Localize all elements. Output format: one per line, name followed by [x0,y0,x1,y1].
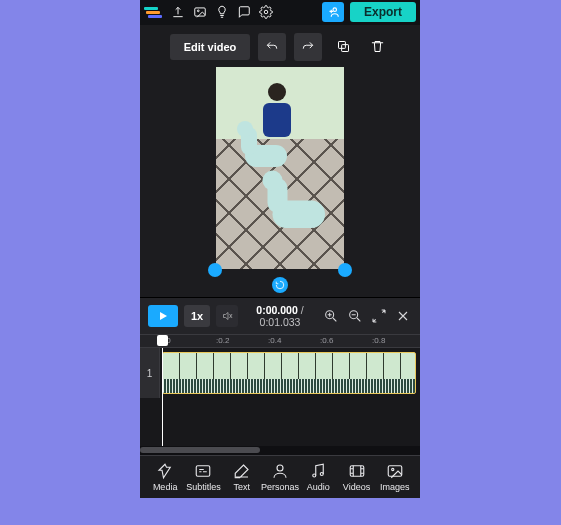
top-bar: Export [140,0,420,25]
mute-icon[interactable] [216,305,238,327]
audio-waveform [163,379,415,393]
timeline-panel: 1x 0:00.000 / 0:01.033 :0 :0.2 [140,297,420,455]
current-time: 0:00.000 [256,304,297,316]
video-editor-app: Export Edit video [140,0,420,498]
app-logo [144,7,162,18]
nav-label: Media [153,482,178,492]
ruler-tick: :0.8 [372,336,385,345]
nav-subtitles[interactable]: Subtitles [184,462,222,492]
nav-videos[interactable]: Videos [337,462,375,492]
video-preview[interactable] [216,67,344,269]
video-clip[interactable] [162,352,416,394]
nav-text[interactable]: Text [223,462,261,492]
upload-icon[interactable] [170,4,186,20]
rotate-handle[interactable] [272,277,288,293]
svg-rect-8 [197,466,211,477]
nav-personas[interactable]: Personas [261,462,299,492]
zoom-out-icon[interactable] [346,307,364,325]
nav-label: Personas [261,482,299,492]
image-icon[interactable] [192,4,208,20]
svg-point-1 [197,10,199,12]
resize-handle-right[interactable] [338,263,352,277]
export-button[interactable]: Export [350,2,416,22]
nav-label: Text [233,482,250,492]
edit-video-button[interactable]: Edit video [170,34,251,60]
playhead[interactable] [162,348,163,446]
ruler-tick: :0.2 [216,336,229,345]
nav-images[interactable]: Images [376,462,414,492]
nav-audio[interactable]: Audio [299,462,337,492]
fit-icon[interactable] [370,307,388,325]
undo-button[interactable] [258,33,286,61]
redo-button[interactable] [294,33,322,61]
settings-gear-icon[interactable] [258,4,274,20]
nav-label: Videos [343,482,370,492]
duplicate-icon[interactable] [330,34,356,60]
ruler-tick: :0.6 [320,336,333,345]
bottom-nav: Media Subtitles Text Personas Audio Vide… [140,455,420,498]
time-separator: / [301,304,304,316]
timeline[interactable]: 1 [140,348,420,446]
nav-media[interactable]: Media [146,462,184,492]
playback-speed-button[interactable]: 1x [184,305,210,327]
nav-label: Images [380,482,410,492]
close-icon[interactable] [394,307,412,325]
duration: 0:01.033 [244,316,316,328]
svg-point-3 [333,8,337,11]
svg-point-9 [277,465,283,471]
zoom-in-icon[interactable] [322,307,340,325]
share-people-button[interactable] [322,2,344,22]
svg-point-11 [321,473,324,476]
comment-icon[interactable] [236,4,252,20]
playback-controls: 1x 0:00.000 / 0:01.033 [140,298,420,334]
scrollbar-thumb[interactable] [140,447,260,453]
ruler-tick: :0.4 [268,336,281,345]
lightbulb-icon[interactable] [214,4,230,20]
horizontal-scrollbar[interactable] [140,446,420,455]
nav-label: Audio [307,482,330,492]
time-ruler[interactable]: :0 :0.2 :0.4 :0.6 :0.8 [140,334,420,348]
time-display: 0:00.000 / 0:01.033 [244,304,316,328]
track-number: 1 [140,348,160,398]
svg-rect-12 [350,466,364,477]
clip-toolbar: Edit video [140,25,420,67]
svg-point-14 [391,468,393,470]
svg-point-2 [264,11,268,15]
nav-label: Subtitles [186,482,221,492]
delete-icon[interactable] [364,34,390,60]
svg-point-10 [313,474,316,477]
video-frame [216,67,344,269]
resize-handle-left[interactable] [208,263,222,277]
play-button[interactable] [148,305,178,327]
